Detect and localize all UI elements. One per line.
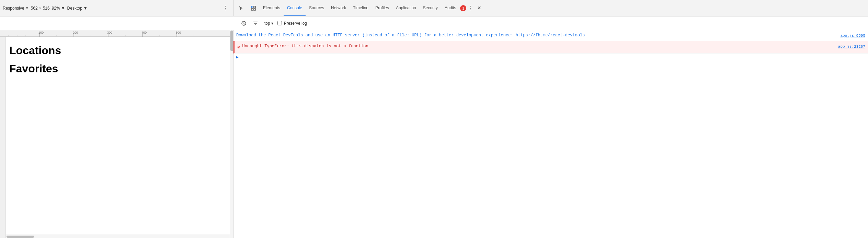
svg-rect-2: [251, 9, 253, 10]
tab-elements[interactable]: Elements: [260, 0, 284, 16]
main-area: 100 200 300 400 500: [0, 30, 868, 238]
tab-timeline[interactable]: Timeline: [350, 0, 372, 16]
zoom-arrow: ▼: [61, 6, 65, 11]
responsive-arrow: ▼: [25, 6, 29, 10]
desktop-label: Desktop: [67, 6, 82, 11]
filter-button[interactable]: [251, 19, 260, 28]
console-panel: Download the React DevTools and use an H…: [233, 30, 868, 238]
error-count-badge: 1: [460, 5, 466, 11]
console-message-info-text: Download the React DevTools and use an H…: [236, 32, 837, 38]
horizontal-scrollbar[interactable]: [6, 235, 230, 238]
svg-text:400: 400: [141, 31, 147, 34]
viewport-width: 562: [31, 6, 38, 11]
vertical-scrollbar[interactable]: [230, 30, 233, 238]
devtools-tabs: Elements Console Sources Network Timelin…: [233, 0, 868, 16]
horizontal-scroll-thumb[interactable]: [7, 236, 34, 238]
svg-text:300: 300: [107, 31, 112, 34]
responsive-dropdown[interactable]: Responsive ▼: [3, 6, 29, 11]
svg-text:200: 200: [73, 31, 78, 34]
preserve-log-checkbox[interactable]: [277, 21, 282, 25]
tab-profiles[interactable]: Profiles: [372, 0, 392, 16]
viewport-more-button[interactable]: ⋮: [221, 5, 230, 11]
console-message-error-source[interactable]: app.js:23207: [838, 44, 865, 50]
filter-label: top: [264, 21, 270, 26]
ruler-left: [0, 37, 5, 238]
viewport-height: 516: [43, 6, 50, 11]
right-toolbar-controls: top ▾ Preserve log: [239, 19, 865, 28]
vertical-scroll-thumb[interactable]: [230, 31, 233, 51]
zoom-dropdown[interactable]: 92% ▼: [52, 6, 65, 11]
ruler-svg: 100 200 300 400 500: [0, 30, 233, 37]
tab-application[interactable]: Application: [392, 0, 420, 16]
tabs-more-button[interactable]: ⋮: [466, 5, 475, 11]
console-message-error-text: Uncaught TypeError: this.dispatch is not…: [242, 43, 835, 49]
zoom-value: 92%: [52, 6, 60, 11]
expand-chevron: ▶: [236, 55, 239, 59]
desktop-arrow: ▼: [83, 6, 88, 11]
svg-rect-3: [254, 9, 255, 10]
svg-text:500: 500: [176, 31, 181, 34]
ruler-top: 100 200 300 400 500: [0, 30, 233, 37]
tab-sources[interactable]: Sources: [306, 0, 328, 16]
cursor-icon-btn[interactable]: [235, 0, 247, 16]
responsive-label: Responsive: [3, 6, 24, 11]
favorites-heading: Favorites: [9, 62, 226, 75]
console-messages: Download the React DevTools and use an H…: [233, 30, 868, 238]
filter-arrow: ▾: [271, 21, 273, 26]
clear-console-button[interactable]: [239, 19, 249, 28]
close-devtools-button[interactable]: ×: [475, 4, 483, 12]
svg-rect-0: [251, 6, 253, 8]
tab-security[interactable]: Security: [420, 0, 441, 16]
console-message-error: ⊗ Uncaught TypeError: this.dispatch is n…: [233, 41, 868, 53]
console-expand-row[interactable]: ▶: [233, 53, 868, 61]
svg-text:100: 100: [38, 31, 44, 34]
inspect-icon-btn[interactable]: [247, 0, 260, 16]
desktop-dropdown[interactable]: Desktop ▼: [67, 6, 88, 11]
viewport-panel: 100 200 300 400 500: [0, 30, 233, 238]
viewport-controls: Responsive ▼ 562 × 516 92% ▼ Desktop ▼ ⋮: [0, 0, 233, 16]
tab-console[interactable]: Console: [284, 0, 306, 16]
console-message-info: Download the React DevTools and use an H…: [233, 30, 868, 41]
locations-heading: Locations: [9, 44, 226, 57]
level-filter-dropdown[interactable]: top ▾: [262, 20, 275, 26]
main-toolbar: Responsive ▼ 562 × 516 92% ▼ Desktop ▼ ⋮: [0, 0, 868, 16]
svg-rect-1: [254, 6, 255, 8]
preserve-log-label[interactable]: Preserve log: [284, 21, 307, 26]
console-toolbar: top ▾ Preserve log: [0, 16, 868, 30]
console-message-info-source[interactable]: app.js:9595: [840, 33, 865, 39]
size-x: ×: [39, 6, 42, 11]
error-icon: ⊗: [237, 44, 240, 51]
tab-audits[interactable]: Audits: [441, 0, 459, 16]
page-content: Locations Favorites: [6, 37, 230, 238]
size-display: 562 × 516: [31, 6, 50, 11]
tab-network[interactable]: Network: [328, 0, 350, 16]
svg-line-5: [242, 22, 245, 25]
